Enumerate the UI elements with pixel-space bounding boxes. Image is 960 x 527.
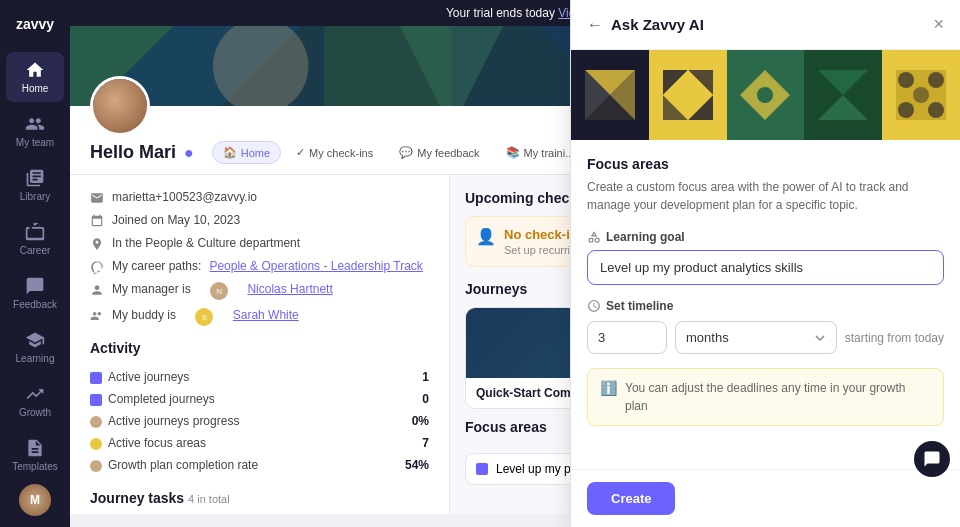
learning-goal-label: Learning goal [587, 230, 944, 244]
activity-growth-rate: Growth plan completion rate 54% [90, 454, 429, 476]
profile-name: Hello Mari [90, 142, 176, 163]
profile-avatar [90, 76, 150, 136]
career-path-link[interactable]: People & Operations - Leadership Track [209, 259, 422, 273]
career-path-label: My career paths: [112, 259, 201, 273]
profile-online-indicator: ● [184, 144, 194, 162]
chat-widget[interactable] [914, 441, 950, 477]
create-button[interactable]: Create [587, 482, 675, 515]
svg-point-26 [898, 72, 914, 88]
info-note-text: You can adjust the deadlines any time in… [625, 379, 931, 415]
email-text: marietta+100523@zavvy.io [112, 190, 257, 204]
banner-tile-2 [649, 50, 727, 140]
info-joined: Joined on May 10, 2023 [90, 213, 429, 228]
sidebar-item-home[interactable]: Home [6, 52, 64, 102]
manager-name[interactable]: Nicolas Hartnett [247, 282, 332, 296]
left-panel: marietta+100523@zavvy.io Joined on May 1… [70, 175, 450, 514]
info-note: ℹ️ You can adjust the deadlines any time… [587, 368, 944, 426]
panel-banner [571, 50, 960, 140]
svg-point-27 [928, 72, 944, 88]
department-text: In the People & Culture department [112, 236, 300, 250]
sidebar-item-growth[interactable]: Growth [6, 376, 64, 426]
sidebar: zavvy Home My team Library Career Feedba… [0, 0, 70, 527]
manager-avatar: N [210, 282, 228, 300]
activity-active-journeys: Active journeys 1 [90, 366, 429, 388]
sidebar-label-growth: Growth [19, 407, 51, 418]
timeline-number-input[interactable] [587, 321, 667, 354]
panel-footer: Create [571, 469, 960, 527]
timeline-label: Set timeline [587, 299, 944, 313]
sidebar-item-library[interactable]: Library [6, 160, 64, 210]
activity-title: Activity [90, 340, 429, 356]
joined-text: Joined on May 10, 2023 [112, 213, 240, 227]
user-avatar[interactable]: M [19, 484, 51, 516]
sidebar-item-career[interactable]: Career [6, 214, 64, 264]
panel-focus-title: Focus areas [587, 156, 944, 172]
focus-bar-indicator [476, 463, 488, 475]
learning-goal-input[interactable] [587, 250, 944, 285]
sidebar-label-career: Career [20, 245, 51, 256]
sidebar-label-templates: Templates [12, 461, 58, 472]
info-icon: ℹ️ [600, 380, 617, 396]
empty-space: ☞ [587, 426, 944, 469]
sidebar-item-feedback[interactable]: Feedback [6, 268, 64, 318]
tab-checkins[interactable]: ✓ My check-ins [285, 141, 384, 164]
focus-areas-title: Focus areas [465, 419, 547, 435]
timeline-unit-select[interactable]: days weeks months years [675, 321, 837, 354]
timeline-row: days weeks months years starting from to… [587, 321, 944, 354]
banner-tile-1 [571, 50, 649, 140]
profile-nav-tabs: 🏠 Home ✓ My check-ins 💬 My feedback 📚 My… [212, 141, 586, 164]
sidebar-label-library: Library [20, 191, 51, 202]
timeline-starting-text: starting from today [845, 331, 944, 345]
banner-tile-5 [882, 50, 960, 140]
banner-tile-3 [727, 50, 805, 140]
buddy-avatar: S [195, 308, 213, 326]
info-buddy: My buddy is S Sarah White [90, 308, 429, 326]
buddy-label: My buddy is [112, 308, 176, 322]
panel-header: ← Ask Zavvy AI × [571, 0, 960, 50]
close-button[interactable]: × [933, 14, 944, 35]
svg-point-8 [213, 26, 308, 106]
tab-home[interactable]: 🏠 Home [212, 141, 281, 164]
info-department: In the People & Culture department [90, 236, 429, 251]
ask-zavvy-panel: ← Ask Zavvy AI × [570, 0, 960, 527]
sidebar-label-feedback: Feedback [13, 299, 57, 310]
buddy-name[interactable]: Sarah White [233, 308, 299, 322]
sidebar-label-my-team: My team [16, 137, 54, 148]
sidebar-item-learning[interactable]: Learning [6, 322, 64, 372]
info-email: marietta+100523@zavvy.io [90, 190, 429, 205]
svg-point-21 [757, 87, 773, 103]
sidebar-label-home: Home [22, 83, 49, 94]
info-career-path: My career paths: People & Operations - L… [90, 259, 429, 274]
svg-point-30 [913, 87, 929, 103]
activity-focus-areas: Active focus areas 7 [90, 432, 429, 454]
back-button[interactable]: ← [587, 16, 603, 34]
sidebar-item-templates[interactable]: Templates [6, 430, 64, 480]
banner-tile-4 [804, 50, 882, 140]
activity-progress: Active journeys progress 0% [90, 410, 429, 432]
journey-tasks-title: Journey tasks 4 in total [90, 490, 429, 506]
activity-completed-journeys: Completed journeys 0 [90, 388, 429, 410]
no-checkin-icon: 👤 [476, 227, 496, 246]
panel-focus-desc: Create a custom focus area with the powe… [587, 178, 944, 214]
svg-point-29 [928, 102, 944, 118]
info-manager: My manager is N Nicolas Hartnett [90, 282, 429, 300]
sidebar-item-my-team[interactable]: My team [6, 106, 64, 156]
tab-feedback[interactable]: 💬 My feedback [388, 141, 490, 164]
manager-label: My manager is [112, 282, 191, 296]
sidebar-label-learning: Learning [16, 353, 55, 364]
svg-point-28 [898, 102, 914, 118]
panel-body: Focus areas Create a custom focus area w… [571, 140, 960, 469]
panel-title: Ask Zavvy AI [611, 16, 704, 33]
app-logo: zavvy [10, 10, 60, 38]
